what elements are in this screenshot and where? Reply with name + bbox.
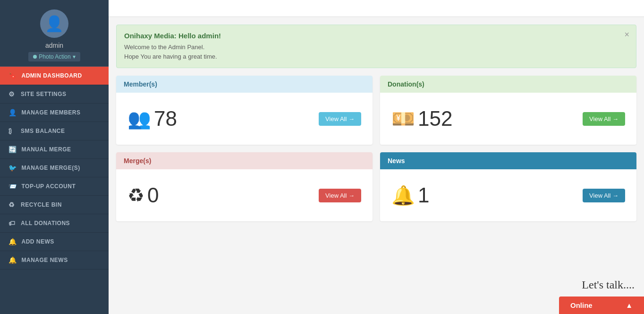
status-dot (33, 55, 37, 59)
members-card: Member(s) 👥 78 View All → (116, 76, 373, 145)
photo-action-button[interactable]: Photo Action ▾ (28, 52, 80, 61)
members-card-header: Member(s) (116, 76, 373, 93)
topbar (109, 0, 644, 17)
sidebar-item-add-news[interactable]: 🔔 ADD NEWS (0, 233, 109, 251)
members-header-label: Member(s) (124, 80, 157, 88)
news-count: 1 (418, 183, 429, 207)
send-icon: 📨 (8, 183, 17, 190)
donations-card-body: 💴 152 View All → (380, 93, 636, 145)
merges-card-header: Merge(s) (116, 152, 373, 169)
sidebar-item-label: MANAGE MEMBERS (22, 109, 81, 116)
donations-icon: 💴 (391, 108, 415, 130)
sidebar-item-label: ADMIN DASHBOARD (22, 72, 82, 79)
sidebar-item-manual-merge[interactable]: 🔄 MANUAL MERGE (0, 140, 109, 159)
news-header-label: News (388, 157, 405, 165)
sidebar-item-recycle-bin[interactable]: ♻ RECYCLE BIN (0, 196, 109, 214)
merges-stat: ♻ 0 (127, 183, 159, 207)
sidebar-nav: 🔖 ADMIN DASHBOARD ⚙ SITE SETTINGS 👤 MANA… (0, 67, 109, 314)
content-area: Onihaxy Media: Hello admin! Welcome to t… (109, 17, 644, 314)
donations-header-label: Donation(s) (388, 80, 424, 88)
sidebar-item-label: TOP-UP ACCOUNT (22, 183, 76, 190)
refresh-icon: 🔄 (8, 146, 17, 153)
lets-talk-text: Let's talk.... (582, 279, 635, 291)
chevron-up-icon: ▲ (626, 301, 633, 309)
sidebar-item-label: SITE SETTINGS (21, 91, 67, 97)
members-view-all-button[interactable]: View All → (319, 112, 361, 126)
tag-icon: 🏷 (8, 219, 16, 227)
sidebar-item-label: ADD NEWS (22, 238, 54, 245)
online-label: Online (570, 301, 593, 309)
sidebar-item-label: SMS BALANCE (21, 128, 65, 134)
news-view-all-button[interactable]: View All → (583, 189, 625, 202)
online-chat-button[interactable]: Online ▲ (559, 297, 644, 314)
alert-line2: Hope You are having a great time. (124, 53, 217, 60)
avatar: 👤 (40, 9, 68, 38)
bell-outline-icon: 🔔 (8, 256, 17, 264)
donations-card: Donation(s) 💴 152 View All → (380, 76, 636, 145)
sidebar-item-top-up-account[interactable]: 📨 TOP-UP ACCOUNT (0, 177, 109, 196)
donations-count: 152 (418, 107, 452, 131)
twitter-icon: 🐦 (8, 164, 17, 172)
members-count: 78 (154, 107, 177, 131)
news-card-header: News (380, 152, 636, 169)
alert-banner: Onihaxy Media: Hello admin! Welcome to t… (116, 25, 636, 68)
main-content: Onihaxy Media: Hello admin! Welcome to t… (109, 0, 644, 314)
sidebar-item-sms-balance[interactable]: ₿ SMS BALANCE (0, 122, 109, 140)
members-stat: 👥 78 (127, 107, 177, 131)
members-icon: 👥 (127, 108, 151, 130)
sidebar-item-manage-news[interactable]: 🔔 MANAGE NEWS (0, 251, 109, 270)
news-card: News 🔔 1 View All → (380, 152, 636, 221)
merges-header-label: Merge(s) (124, 157, 151, 165)
alert-title: Onihaxy Media: Hello admin! (124, 32, 628, 40)
sidebar-item-all-donations[interactable]: 🏷 ALL DONATIONS (0, 214, 109, 233)
sidebar-item-site-settings[interactable]: ⚙ SITE SETTINGS (0, 85, 109, 104)
donations-view-all-button[interactable]: View All → (583, 112, 625, 126)
bookmark-icon: 🔖 (8, 72, 17, 79)
photo-action-label: Photo Action (39, 53, 70, 60)
gear-icon: ⚙ (8, 90, 16, 98)
merges-view-all-button[interactable]: View All → (319, 189, 361, 202)
bell-icon: 🔔 (8, 238, 17, 245)
alert-text: Welcome to the Admin Panel. Hope You are… (124, 43, 628, 61)
card-grid: Member(s) 👥 78 View All → Donation(s) (116, 76, 636, 221)
merges-card-body: ♻ 0 View All → (116, 169, 373, 221)
news-card-body: 🔔 1 View All → (380, 169, 636, 221)
recycle-icon: ♻ (8, 201, 16, 209)
sidebar: 👤 admin Photo Action ▾ 🔖 ADMIN DASHBOARD… (0, 0, 109, 314)
admin-username: admin (45, 42, 63, 49)
donations-stat: 💴 152 (391, 107, 452, 131)
recycle-stat-icon: ♻ (127, 184, 144, 206)
alert-close-button[interactable]: × (624, 30, 629, 40)
user-avatar-icon: 👤 (45, 15, 64, 33)
donations-card-header: Donation(s) (380, 76, 636, 93)
news-stat: 🔔 1 (391, 183, 429, 207)
bitcoin-icon: ₿ (8, 127, 16, 135)
bell-stat-icon: 🔔 (391, 184, 415, 207)
sidebar-profile: 👤 admin Photo Action ▾ (0, 0, 109, 67)
sidebar-item-label: RECYCLE BIN (21, 201, 62, 208)
alert-line1: Welcome to the Admin Panel. (124, 44, 204, 51)
sidebar-item-manage-merges[interactable]: 🐦 MANAGE MERGE(S) (0, 159, 109, 177)
sidebar-item-label: MANAGE NEWS (22, 257, 68, 263)
sidebar-item-manage-members[interactable]: 👤 MANAGE MEMBERS (0, 104, 109, 122)
person-icon: 👤 (8, 109, 17, 116)
merges-count: 0 (147, 183, 159, 207)
sidebar-item-label: MANAGE MERGE(S) (22, 165, 80, 171)
members-card-body: 👥 78 View All → (116, 93, 373, 145)
sidebar-item-label: MANUAL MERGE (22, 146, 71, 153)
chevron-down-icon: ▾ (73, 53, 76, 60)
sidebar-item-label: ALL DONATIONS (21, 220, 70, 227)
merges-card: Merge(s) ♻ 0 View All → (116, 152, 373, 221)
sidebar-item-admin-dashboard[interactable]: 🔖 ADMIN DASHBOARD (0, 67, 109, 85)
